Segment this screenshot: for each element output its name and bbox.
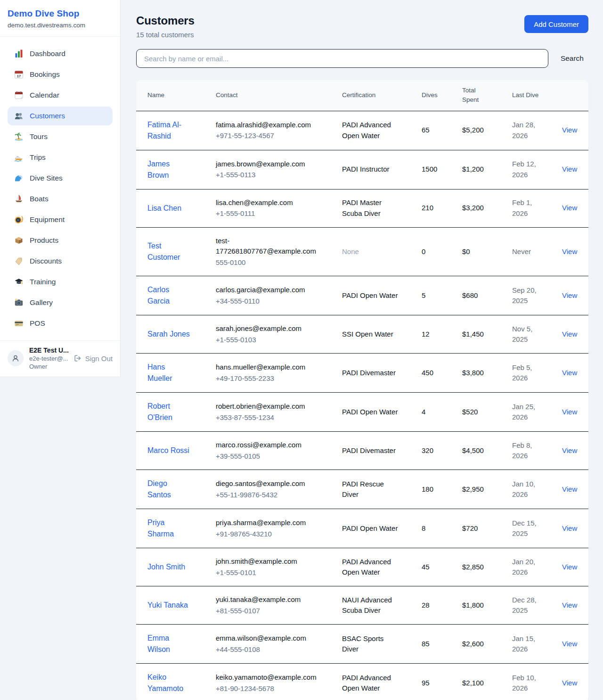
sidebar-item-boats[interactable]: Boats bbox=[8, 189, 113, 208]
customer-total-spent: $3,200 bbox=[451, 189, 501, 227]
view-link[interactable]: View bbox=[562, 563, 577, 571]
customer-phone: +353-87-555-1234 bbox=[216, 412, 319, 423]
customer-name-link[interactable]: Sarah Jones bbox=[147, 330, 190, 338]
customer-dives: 95 bbox=[410, 664, 451, 700]
customer-name-link[interactable]: Keiko Yamamoto bbox=[147, 673, 183, 692]
table-row: James Brown james.brown@example.com +1-5… bbox=[136, 150, 588, 189]
table-row: Marco Rossi marco.rossi@example.com +39-… bbox=[136, 432, 588, 470]
customer-dives: 45 bbox=[410, 548, 451, 586]
customer-name-link[interactable]: Robert O'Brien bbox=[147, 402, 172, 421]
training-icon bbox=[14, 277, 24, 287]
customer-dives: 0 bbox=[410, 227, 451, 276]
view-link[interactable]: View bbox=[562, 204, 577, 212]
sidebar-item-label: Discounts bbox=[30, 257, 62, 265]
view-link[interactable]: View bbox=[562, 601, 577, 609]
customer-last-dive: Feb 10, 2026 bbox=[501, 664, 551, 700]
customer-certification: PADI Divemaster bbox=[331, 354, 410, 393]
customer-email: robert.obrien@example.com bbox=[216, 401, 319, 412]
dive-sites-icon bbox=[14, 173, 24, 183]
customer-name-link[interactable]: Lisa Chen bbox=[147, 204, 181, 212]
sidebar-item-label: Tours bbox=[30, 132, 48, 141]
sign-out-button[interactable]: Sign Out bbox=[73, 354, 113, 362]
search-button[interactable]: Search bbox=[561, 54, 584, 63]
customer-phone: +39-555-0105 bbox=[216, 451, 319, 462]
sidebar-item-customers[interactable]: Customers bbox=[8, 107, 113, 125]
customer-name-link[interactable]: John Smith bbox=[147, 563, 185, 571]
customer-email: diego.santos@example.com bbox=[216, 478, 319, 489]
customer-last-dive: Never bbox=[501, 227, 551, 276]
customer-dives: 12 bbox=[410, 315, 451, 354]
view-link[interactable]: View bbox=[562, 291, 577, 299]
customer-name-link[interactable]: Hans Mueller bbox=[147, 363, 172, 382]
sidebar-item-bookings[interactable]: 17 Bookings bbox=[8, 65, 113, 84]
view-link[interactable]: View bbox=[562, 640, 577, 648]
sidebar-item-label: Training bbox=[30, 278, 56, 286]
sidebar-item-label: POS bbox=[30, 319, 45, 328]
sidebar-item-dive-sites[interactable]: Dive Sites bbox=[8, 169, 113, 188]
customer-total-spent: $1,800 bbox=[451, 586, 501, 625]
sidebar-item-dashboard[interactable]: Dashboard bbox=[8, 44, 113, 63]
table-row: Diego Santos diego.santos@example.com +5… bbox=[136, 470, 588, 509]
customer-certification: PADI Rescue Diver bbox=[331, 470, 410, 509]
sidebar-item-products[interactable]: Products bbox=[8, 231, 113, 250]
view-link[interactable]: View bbox=[562, 679, 577, 687]
customer-name-link[interactable]: Priya Sharma bbox=[147, 519, 174, 538]
view-link[interactable]: View bbox=[562, 247, 577, 255]
user-role: Owner bbox=[29, 363, 68, 370]
customer-name-link[interactable]: Diego Santos bbox=[147, 479, 171, 499]
add-customer-button[interactable]: Add Customer bbox=[524, 15, 588, 33]
customer-name-link[interactable]: Marco Rossi bbox=[147, 446, 189, 454]
customer-name-link[interactable]: Fatima Al-Rashid bbox=[147, 121, 181, 140]
sign-out-label: Sign Out bbox=[85, 354, 113, 362]
sidebar-item-calendar[interactable]: Calendar bbox=[8, 86, 113, 105]
sidebar-item-pos[interactable]: POS bbox=[8, 314, 113, 333]
customer-phone: +91-98765-43210 bbox=[216, 529, 319, 540]
customer-name-link[interactable]: James Brown bbox=[147, 160, 170, 179]
gallery-icon bbox=[14, 298, 24, 307]
customer-name-link[interactable]: Emma Wilson bbox=[147, 634, 170, 653]
view-link[interactable]: View bbox=[562, 408, 577, 416]
view-link[interactable]: View bbox=[562, 165, 577, 173]
customer-email: fatima.alrashid@example.com bbox=[216, 120, 319, 131]
customer-email: lisa.chen@example.com bbox=[216, 198, 319, 208]
view-link[interactable]: View bbox=[562, 369, 577, 377]
view-link[interactable]: View bbox=[562, 330, 577, 338]
customer-last-dive: Dec 28, 2025 bbox=[501, 586, 551, 625]
user-name: E2E Test U... bbox=[29, 346, 68, 354]
column-header-contact: Contact bbox=[204, 80, 331, 111]
customer-last-dive: Feb 5, 2026 bbox=[501, 354, 551, 393]
sidebar-item-tours[interactable]: Tours bbox=[8, 127, 113, 146]
sidebar-item-training[interactable]: Training bbox=[8, 272, 113, 291]
customer-name-link[interactable]: Carlos Garcia bbox=[147, 286, 170, 305]
customer-name-link[interactable]: Test Customer bbox=[147, 242, 180, 261]
table-header-row: Name Contact Certification Dives Total S… bbox=[136, 80, 588, 111]
view-link[interactable]: View bbox=[562, 126, 577, 134]
trips-icon bbox=[14, 153, 24, 162]
avatar bbox=[8, 350, 24, 366]
customer-total-spent: $2,850 bbox=[451, 548, 501, 586]
brand-domain: demo.test.divestreams.com bbox=[8, 22, 113, 29]
customer-email: john.smith@example.com bbox=[216, 556, 319, 567]
customer-phone: +44-555-0108 bbox=[216, 644, 319, 655]
customer-name-link[interactable]: Yuki Tanaka bbox=[147, 601, 188, 609]
sidebar-item-label: Trips bbox=[30, 153, 46, 162]
sidebar-item-gallery[interactable]: Gallery bbox=[8, 293, 113, 312]
brand-name: Demo Dive Shop bbox=[8, 8, 113, 19]
customer-certification: PADI Instructor bbox=[331, 150, 410, 189]
sidebar-item-label: Equipment bbox=[30, 215, 65, 224]
sidebar-item-trips[interactable]: Trips bbox=[8, 148, 113, 167]
search-input[interactable] bbox=[136, 49, 548, 68]
view-link[interactable]: View bbox=[562, 524, 577, 532]
sidebar-item-equipment[interactable]: Equipment bbox=[8, 210, 113, 229]
view-link[interactable]: View bbox=[562, 446, 577, 454]
sidebar-item-label: Boats bbox=[30, 195, 49, 203]
table-row: Fatima Al-Rashid fatima.alrashid@example… bbox=[136, 111, 588, 150]
customer-last-dive: Jan 10, 2026 bbox=[501, 470, 551, 509]
customer-certification: BSAC Sports Diver bbox=[331, 625, 410, 664]
sidebar-item-label: Dive Sites bbox=[30, 174, 63, 182]
sidebar: Demo Dive Shop demo.test.divestreams.com… bbox=[0, 0, 121, 377]
customers-icon bbox=[14, 111, 24, 121]
sidebar-item-discounts[interactable]: Discounts bbox=[8, 252, 113, 271]
view-link[interactable]: View bbox=[562, 485, 577, 493]
sidebar-item-label: Dashboard bbox=[30, 49, 65, 58]
